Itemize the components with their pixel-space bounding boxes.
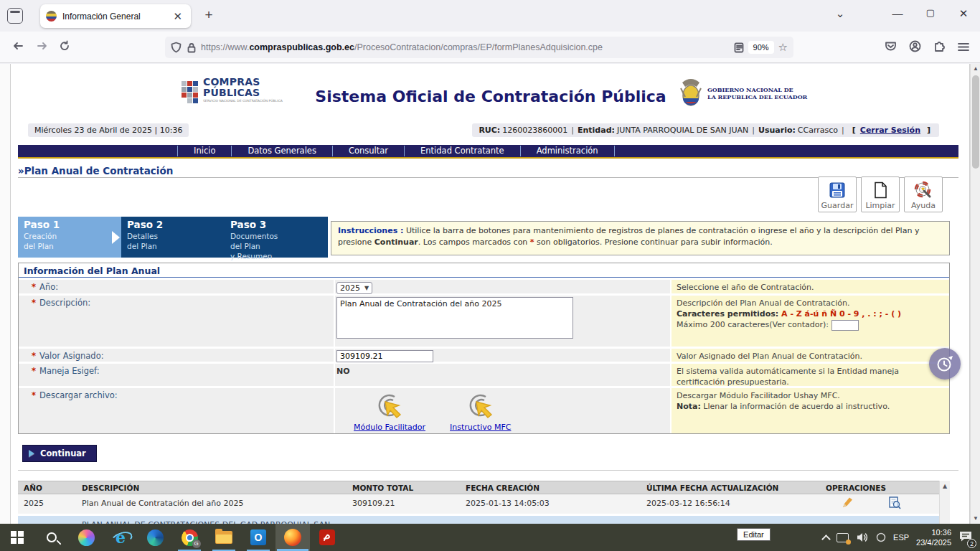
instructivo-mfc-download[interactable]: Instructivo MFC — [450, 392, 511, 432]
clear-button[interactable]: Limpiar — [861, 176, 900, 212]
scrollbar-thumb[interactable] — [972, 75, 979, 169]
wizard-steps: Paso 1 Creación del Plan Paso 2 Detalles… — [18, 217, 328, 258]
taskbar-acrobat-button[interactable] — [310, 524, 344, 551]
logout-link[interactable]: Cerrar Sesión — [860, 126, 920, 135]
entidad-label: Entidad: — [578, 126, 615, 135]
language-indicator[interactable]: ESP — [893, 533, 909, 542]
tray-share-icon[interactable] — [837, 533, 849, 542]
valor-help: Valor Asignado del Plan Anual de Contrat… — [677, 352, 862, 361]
scroll-down-icon[interactable]: ▼ — [971, 514, 980, 524]
continue-button[interactable]: Continuar — [22, 445, 97, 462]
form-row-anio: *Año: 2025▼ Seleccione el año de Contrat… — [19, 280, 949, 293]
download-click-icon — [373, 392, 406, 420]
nav-item-administracion[interactable]: Administración — [520, 146, 615, 156]
maximize-window-icon[interactable]: ▢ — [920, 7, 941, 18]
close-window-icon[interactable]: ✕ — [953, 7, 974, 20]
tray-volume-icon[interactable] — [856, 532, 869, 543]
table-scroll-up-icon[interactable]: ▲ — [940, 481, 950, 491]
tracking-shield-icon[interactable] — [171, 42, 182, 53]
taskbar-clock[interactable]: 10:36 23/4/2025 — [916, 527, 951, 547]
tab-close-icon[interactable]: ✕ — [170, 10, 185, 23]
taskbar-ie-button[interactable]: e — [103, 524, 138, 551]
ecuador-crest-icon — [678, 78, 704, 108]
instructions-text3: son obligatorios. Presione continuar par… — [534, 237, 773, 247]
zoom-indicator[interactable]: 90% — [748, 41, 774, 54]
required-mark: * — [32, 351, 36, 361]
step-2[interactable]: Paso 2 Detalles del Plan — [121, 217, 225, 258]
anio-value: 2025 — [340, 283, 360, 293]
account-icon[interactable] — [903, 40, 927, 55]
search-icon — [47, 532, 57, 542]
new-tab-button[interactable]: + — [199, 7, 218, 23]
cell-anio: 2025 — [18, 494, 79, 514]
cell-monto: 309109.21 — [349, 494, 463, 514]
start-button[interactable] — [0, 524, 34, 551]
url-bar[interactable]: https://www.compraspublicas.gob.ec/Proce… — [165, 37, 793, 58]
col-descripcion: DESCRIPCIÓN — [79, 481, 349, 494]
editar-tooltip: Editar — [737, 528, 771, 541]
browser-tab[interactable]: Información General ✕ — [40, 4, 191, 28]
tray-chevron-icon[interactable] — [821, 534, 831, 544]
tab-title: Información General — [62, 11, 170, 22]
help-button[interactable]: Ayuda — [904, 176, 943, 212]
cell-fecha-creacion: 2025-01-13 14:05:03 — [463, 494, 644, 514]
timer-overlay-widget[interactable] — [929, 348, 961, 380]
web-page: COMPRASPÚBLICAS SERVICIO NACIONAL DE CON… — [10, 64, 970, 524]
step-1[interactable]: Paso 1 Creación del Plan — [18, 217, 121, 258]
nav-item-datos-generales[interactable]: Datos Generales — [231, 146, 331, 156]
taskbar-firefox-button[interactable] — [275, 524, 310, 551]
instructions-label: Instrucciones : — [338, 226, 403, 235]
taskbar-edge-button[interactable] — [138, 524, 172, 551]
bookmark-star-icon[interactable]: ☆ — [778, 41, 788, 54]
page-scrollbar[interactable]: ▲ ▼ — [970, 64, 980, 524]
valor-input[interactable] — [336, 350, 433, 362]
modulo-facilitador-download[interactable]: Módulo Facilitador — [354, 392, 425, 432]
nav-item-entidad-contratante[interactable]: Entidad Contratante — [404, 146, 520, 156]
screen: Información General ✕ + ⌄ — ▢ ✕ https://… — [0, 0, 980, 551]
menu-icon[interactable] — [951, 42, 976, 54]
session-bar: RUC: 1260023860001 | Entidad: JUNTA PARR… — [472, 123, 939, 137]
view-document-icon[interactable] — [888, 496, 901, 509]
nav-item-consultar[interactable]: Consultar — [332, 146, 404, 156]
form-row-valor: *Valor Asignado: Valor Asignado del Plan… — [19, 349, 949, 362]
table-scrollbar[interactable]: ▲ — [939, 481, 950, 524]
select-caret-icon: ▼ — [364, 285, 369, 291]
forward-icon[interactable] — [30, 41, 53, 54]
descargar-help1: Descargar Módulo Facilitador Ushay MFC. — [677, 391, 840, 400]
tabs-list-chevron-icon[interactable]: ⌄ — [829, 7, 851, 20]
notification-center-button[interactable]: 2 — [958, 530, 973, 545]
anio-select[interactable]: 2025▼ — [336, 282, 372, 294]
minimize-window-icon[interactable]: — — [887, 7, 908, 19]
edit-pencil-icon[interactable] — [841, 496, 854, 509]
taskbar-outlook-button[interactable]: O — [241, 524, 275, 551]
instructivo-mfc-link[interactable]: Instructivo MFC — [450, 423, 511, 432]
taskbar-explorer-button[interactable] — [207, 524, 241, 551]
clear-label: Limpiar — [865, 201, 895, 210]
instructions-bold: Continuar — [374, 237, 418, 247]
firefox-view-icon[interactable] — [7, 8, 23, 24]
step-3[interactable]: Paso 3 Documentos del Plan y Resumen — [225, 217, 328, 258]
logo-mosaic — [182, 81, 187, 86]
save-button[interactable]: Guardar — [818, 176, 857, 212]
help-label: Ayuda — [911, 201, 936, 210]
reader-mode-icon[interactable] — [734, 42, 744, 53]
taskbar-copilot-button[interactable] — [69, 524, 103, 551]
continue-label: Continuar — [40, 448, 86, 458]
required-mark: * — [32, 366, 36, 376]
extensions-icon[interactable] — [927, 40, 951, 55]
instructions-text2: . Los campos marcados con — [418, 237, 530, 247]
counter-input[interactable] — [831, 320, 859, 331]
scroll-up-icon[interactable]: ▲ — [971, 64, 980, 74]
plans-table: AÑO DESCRIPCIÓN MONTO TOTAL FECHA CREACI… — [18, 481, 950, 524]
reload-icon[interactable] — [53, 40, 76, 55]
taskbar-search-button[interactable] — [34, 524, 69, 551]
modulo-facilitador-link[interactable]: Módulo Facilitador — [354, 423, 425, 432]
descripcion-textarea[interactable]: Plan Anual de Contratación del año 2025 — [336, 297, 573, 339]
nav-item-inicio[interactable]: Inicio — [177, 146, 231, 156]
step-2-subtitle: Detalles del Plan — [127, 231, 225, 251]
taskbar-chrome-button[interactable]: G — [172, 524, 207, 551]
pocket-icon[interactable] — [878, 41, 903, 54]
tray-hidden-icon[interactable] — [876, 532, 886, 542]
url-text: https://www.compraspublicas.gob.ec/Proce… — [201, 42, 734, 52]
back-icon[interactable] — [7, 41, 30, 54]
